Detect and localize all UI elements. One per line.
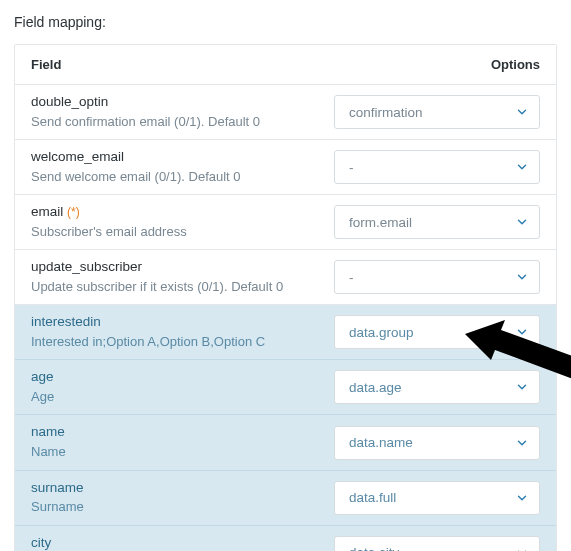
options-dropdown[interactable]: confirmation [334, 95, 540, 129]
dropdown-value: data.full [349, 490, 396, 505]
field-cell: email (*) Subscriber's email address [31, 203, 334, 241]
field-description: Send welcome email (0/1). Default 0 [31, 168, 324, 186]
chevron-down-icon [515, 160, 529, 174]
field-cell: update_subscriber Update subscriber if i… [31, 258, 334, 296]
dropdown-value: - [349, 270, 354, 285]
chevron-down-icon [515, 546, 529, 551]
section-title: Field mapping: [14, 14, 557, 30]
options-dropdown[interactable]: data.age [334, 370, 540, 404]
field-description: Update subscriber if it exists (0/1). De… [31, 278, 324, 296]
dropdown-value: data.name [349, 435, 413, 450]
options-dropdown[interactable]: data.city [334, 536, 540, 551]
options-dropdown[interactable]: - [334, 150, 540, 184]
table-row: double_optin Send confirmation email (0/… [15, 85, 556, 140]
field-cell: interestedin Interested in;Option A,Opti… [31, 313, 334, 351]
field-description: Interested in;Option A,Option B,Option C [31, 333, 324, 351]
field-name: welcome_email [31, 149, 124, 164]
table-row: welcome_email Send welcome email (0/1). … [15, 140, 556, 195]
field-description: Subscriber's email address [31, 223, 324, 241]
header-field: Field [31, 57, 334, 72]
required-marker: (*) [67, 205, 80, 219]
chevron-down-icon [515, 105, 529, 119]
table-row: email (*) Subscriber's email address for… [15, 195, 556, 250]
field-description: Surname [31, 498, 324, 516]
field-name: update_subscriber [31, 259, 142, 274]
field-cell: city City [31, 534, 334, 551]
field-name: city [31, 535, 51, 550]
chevron-down-icon [515, 491, 529, 505]
field-description: Send confirmation email (0/1). Default 0 [31, 113, 324, 131]
table-row: interestedin Interested in;Option A,Opti… [15, 305, 556, 360]
options-dropdown[interactable]: data.group [334, 315, 540, 349]
field-name: email [31, 204, 63, 219]
dropdown-value: - [349, 160, 354, 175]
field-description: Age [31, 388, 324, 406]
dropdown-value: confirmation [349, 105, 423, 120]
options-dropdown[interactable]: data.full [334, 481, 540, 515]
field-cell: name Name [31, 423, 334, 461]
dropdown-value: data.group [349, 325, 414, 340]
field-cell: welcome_email Send welcome email (0/1). … [31, 148, 334, 186]
chevron-down-icon [515, 436, 529, 450]
field-cell: surname Surname [31, 479, 334, 517]
field-name: age [31, 369, 54, 384]
options-dropdown[interactable]: form.email [334, 205, 540, 239]
header-options: Options [334, 57, 540, 72]
options-dropdown[interactable]: - [334, 260, 540, 294]
field-mapping-table: Field Options double_optin Send confirma… [14, 44, 557, 551]
options-dropdown[interactable]: data.name [334, 426, 540, 460]
field-description: Name [31, 443, 324, 461]
chevron-down-icon [515, 215, 529, 229]
field-name: name [31, 424, 65, 439]
table-row: name Name data.name [15, 415, 556, 470]
field-name: interestedin [31, 314, 101, 329]
table-row: surname Surname data.full [15, 471, 556, 526]
dropdown-value: form.email [349, 215, 412, 230]
field-name: double_optin [31, 94, 108, 109]
table-row: age Age data.age [15, 360, 556, 415]
field-name: surname [31, 480, 84, 495]
dropdown-value: data.city [349, 545, 399, 551]
chevron-down-icon [515, 325, 529, 339]
dropdown-value: data.age [349, 380, 402, 395]
table-row: city City data.city [15, 526, 556, 551]
table-row: update_subscriber Update subscriber if i… [15, 250, 556, 305]
field-cell: double_optin Send confirmation email (0/… [31, 93, 334, 131]
chevron-down-icon [515, 270, 529, 284]
table-header: Field Options [15, 45, 556, 85]
field-cell: age Age [31, 368, 334, 406]
chevron-down-icon [515, 380, 529, 394]
